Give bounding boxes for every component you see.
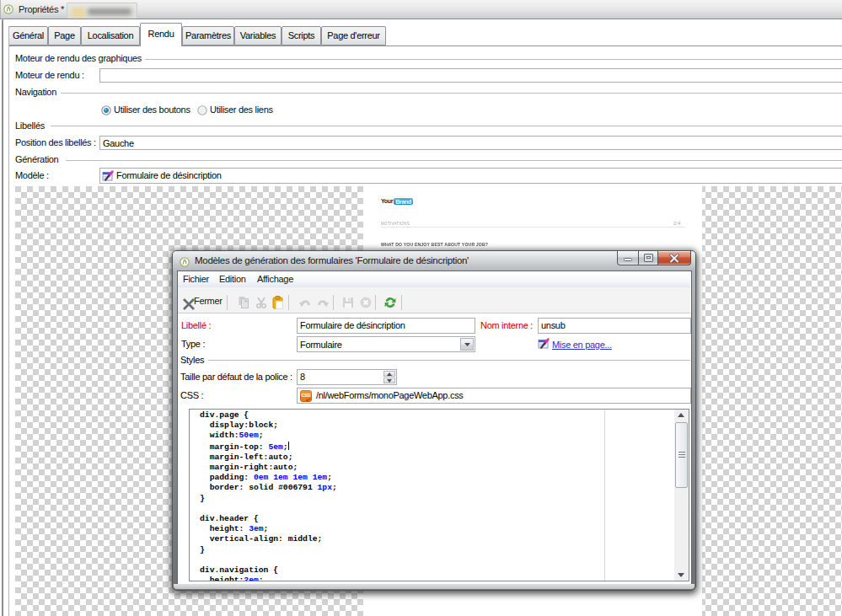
svg-text:CSS: CSS <box>302 393 311 398</box>
